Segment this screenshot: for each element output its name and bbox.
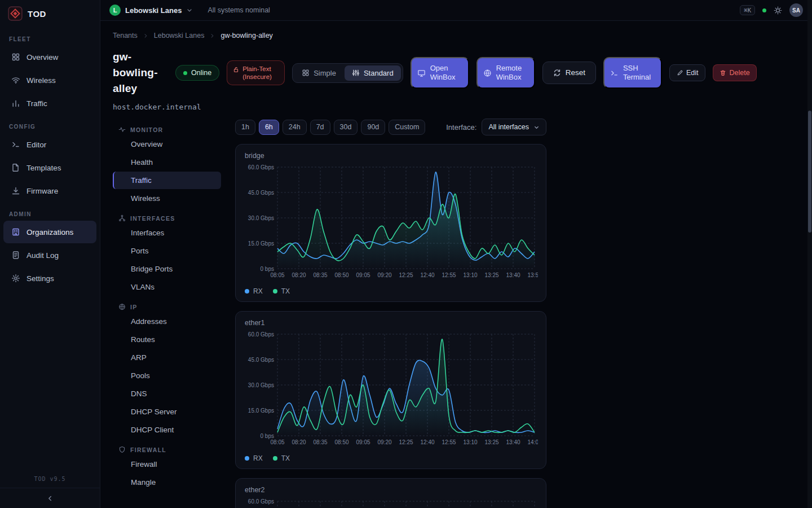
- view-mode-simple[interactable]: Simple: [294, 65, 343, 81]
- svg-text:08:20: 08:20: [292, 439, 306, 445]
- sidebar-item-templates[interactable]: Templates: [3, 156, 96, 179]
- chevron-left-icon: [46, 494, 54, 502]
- device-nav-item-arp[interactable]: ARP: [113, 349, 221, 366]
- svg-text:30.0 Gbps: 30.0 Gbps: [248, 215, 274, 221]
- range-7d-button[interactable]: 7d: [310, 120, 330, 135]
- device-nav-item-mangle[interactable]: Mangle: [113, 474, 221, 491]
- status-badge: Online: [175, 65, 219, 81]
- range-custom-button[interactable]: Custom: [389, 120, 425, 135]
- edit-button[interactable]: Edit: [669, 64, 706, 81]
- svg-text:13:25: 13:25: [484, 439, 498, 445]
- svg-text:08:50: 08:50: [334, 272, 348, 278]
- interface-select[interactable]: All interfaces: [482, 119, 546, 135]
- sidebar-item-overview[interactable]: Overview: [3, 46, 96, 68]
- reset-button[interactable]: Reset: [542, 62, 596, 84]
- range-24h-button[interactable]: 24h: [283, 120, 307, 135]
- file-icon: [11, 163, 20, 172]
- sidebar-item-label: Overview: [27, 53, 58, 62]
- doc-icon: [11, 251, 20, 260]
- sidebar-collapse-button[interactable]: [0, 488, 100, 508]
- device-nav-item-addresses[interactable]: Addresses: [113, 313, 221, 330]
- sidebar-item-organizations[interactable]: Organizations: [3, 221, 96, 243]
- page-title: gw-bowling-alley: [113, 49, 168, 97]
- sidebar-item-audit-log[interactable]: Audit Log: [3, 244, 96, 266]
- terminal-icon: [610, 69, 619, 77]
- time-range-group: 1h6h24h7d30d90dCustom: [235, 120, 425, 135]
- activity-icon: [118, 126, 126, 133]
- remote-winbox-button[interactable]: Remote WinBox: [476, 57, 535, 89]
- breadcrumb-item-tenants[interactable]: Tenants: [113, 32, 138, 40]
- breadcrumb-item-lebowski-lanes[interactable]: Lebowski Lanes: [154, 32, 205, 40]
- legend-tx-dot-icon: [273, 456, 277, 461]
- sidebar-item-label: Firmware: [27, 187, 58, 195]
- traffic-chart-svg: 0 bps15.0 Gbps30.0 Gbps45.0 Gbps60.0 Gbp…: [245, 163, 538, 283]
- device-nav-item-dhcp-client[interactable]: DHCP Client: [113, 421, 221, 439]
- range-30d-button[interactable]: 30d: [334, 120, 358, 135]
- range-1h-button[interactable]: 1h: [235, 120, 255, 135]
- health-status-dot: [762, 8, 766, 12]
- download-icon: [11, 186, 20, 195]
- device-nav-item-dhcp-server[interactable]: DHCP Server: [113, 403, 221, 421]
- svg-text:15.0 Gbps: 15.0 Gbps: [248, 408, 274, 414]
- svg-text:09:05: 09:05: [356, 272, 370, 278]
- chevron-right-icon: [143, 33, 149, 39]
- unlock-icon: [233, 67, 239, 73]
- svg-text:13:10: 13:10: [463, 272, 477, 278]
- online-dot-icon: [183, 71, 187, 75]
- svg-text:08:35: 08:35: [313, 439, 327, 445]
- sidebar-item-firmware[interactable]: Firmware: [3, 179, 96, 202]
- svg-text:09:20: 09:20: [377, 272, 391, 278]
- chart-card-ether2: ether20 bps15.0 Gbps30.0 Gbps45.0 Gbps60…: [235, 478, 546, 508]
- legend-tx: TX: [273, 287, 290, 295]
- view-mode-standard[interactable]: Standard: [345, 65, 401, 81]
- traffic-chart-svg: 0 bps15.0 Gbps30.0 Gbps45.0 Gbps60.0 Gbp…: [245, 497, 538, 508]
- chart-title: ether1: [245, 319, 537, 327]
- breadcrumb-item-gw-bowling-alley: gw-bowling-alley: [220, 32, 272, 40]
- user-avatar[interactable]: SA: [789, 3, 803, 17]
- sidebar-item-traffic[interactable]: Traffic: [3, 92, 96, 115]
- device-nav-item-vlans[interactable]: VLANs: [113, 278, 221, 296]
- device-nav: MONITOROverviewHealthTrafficWirelessINTE…: [113, 119, 221, 492]
- device-nav-item-health[interactable]: Health: [113, 154, 221, 171]
- svg-text:08:20: 08:20: [292, 272, 306, 278]
- topbar: L Lebowski Lanes All systems nominal ⌘K …: [100, 0, 812, 21]
- device-nav-item-traffic[interactable]: Traffic: [113, 172, 221, 189]
- theme-toggle-button[interactable]: [774, 6, 782, 15]
- page-scrollbar-thumb[interactable]: [808, 111, 811, 233]
- delete-button[interactable]: Delete: [713, 64, 756, 81]
- breadcrumb: TenantsLebowski Lanesgw-bowling-alley: [113, 32, 798, 40]
- device-nav-item-dns[interactable]: DNS: [113, 385, 221, 402]
- sidebar-item-wireless[interactable]: Wireless: [3, 69, 96, 91]
- open-winbox-button[interactable]: Open WinBox: [411, 57, 469, 89]
- chart-list: bridge0 bps15.0 Gbps30.0 Gbps45.0 Gbps60…: [235, 144, 546, 508]
- device-nav-item-interfaces[interactable]: Interfaces: [113, 224, 221, 242]
- device-nav-item-overview[interactable]: Overview: [113, 135, 221, 153]
- range-6h-button[interactable]: 6h: [259, 120, 279, 135]
- device-nav-item-pools[interactable]: Pools: [113, 367, 221, 384]
- sidebar-item-label: Editor: [27, 141, 46, 149]
- pencil-icon: [677, 69, 683, 76]
- ssh-terminal-button[interactable]: SSH Terminal: [603, 57, 662, 89]
- device-nav-item-firewall[interactable]: Firewall: [113, 456, 221, 473]
- svg-text:30.0 Gbps: 30.0 Gbps: [248, 382, 274, 388]
- device-nav-item-ports[interactable]: Ports: [113, 242, 221, 260]
- chart-controls: 1h6h24h7d30d90dCustom Interface: All int…: [235, 119, 546, 135]
- app-logo[interactable]: TOD: [0, 0, 100, 27]
- range-90d-button[interactable]: 90d: [361, 120, 385, 135]
- page-scrollbar: [807, 0, 812, 508]
- globe-icon: [483, 69, 492, 77]
- app-root: TOD FLEETOverviewWirelessTrafficCONFIGEd…: [0, 0, 812, 508]
- device-nav-item-routes[interactable]: Routes: [113, 331, 221, 348]
- command-palette-shortcut[interactable]: ⌘K: [740, 5, 755, 15]
- svg-text:09:20: 09:20: [377, 439, 391, 445]
- svg-text:60.0 Gbps: 60.0 Gbps: [248, 331, 274, 338]
- device-nav-item-wireless[interactable]: Wireless: [113, 190, 221, 207]
- sidebar-item-settings[interactable]: Settings: [3, 267, 96, 290]
- sidebar-item-editor[interactable]: Editor: [3, 133, 96, 156]
- device-nav-item-bridge-ports[interactable]: Bridge Ports: [113, 260, 221, 278]
- tenant-selector[interactable]: L Lebowski Lanes: [109, 5, 193, 16]
- device-header: gw-bowling-alley Online Plain-Text (Inse…: [113, 49, 798, 97]
- device-nav-section-ip: IP: [118, 303, 221, 310]
- sidebar-section-admin: ADMIN: [9, 211, 91, 217]
- grid-icon: [302, 69, 310, 77]
